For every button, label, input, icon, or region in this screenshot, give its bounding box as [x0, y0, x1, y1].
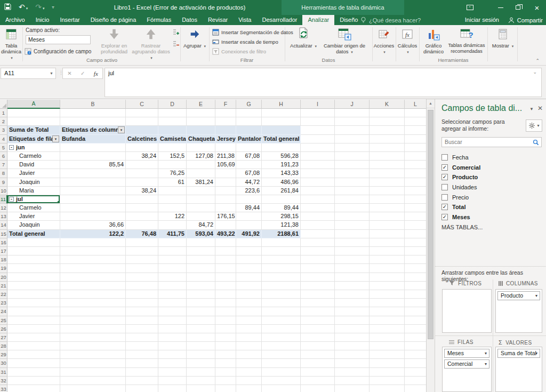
cell-I24[interactable] [301, 307, 335, 316]
cell-L7[interactable] [405, 161, 426, 169]
cell-I17[interactable] [301, 247, 335, 255]
cell-J32[interactable] [335, 377, 370, 385]
cell-C2[interactable] [126, 117, 158, 126]
cell-C18[interactable] [126, 255, 158, 264]
cell-C8[interactable] [126, 169, 158, 178]
cell-G5[interactable] [236, 143, 262, 152]
cell-E29[interactable] [187, 350, 215, 359]
tab-formulas[interactable]: Fórmulas [141, 15, 176, 25]
group-button[interactable]: Agrupar [181, 27, 208, 62]
cell-K3[interactable] [370, 126, 405, 134]
field-checkbox-precio[interactable] [441, 194, 448, 201]
cell-J13[interactable] [335, 212, 370, 221]
cell-A32[interactable] [7, 377, 60, 385]
cell-C23[interactable] [126, 299, 158, 307]
cell-B15[interactable]: 122,2 [60, 230, 126, 238]
cell-F13[interactable]: 176,15 [215, 212, 236, 221]
cell-D19[interactable] [158, 264, 187, 273]
cell-L33[interactable] [405, 385, 426, 392]
cell-J16[interactable] [335, 238, 370, 247]
row-header-30[interactable]: 30 [0, 359, 7, 367]
cell-I9[interactable] [301, 178, 335, 187]
field-item-meses[interactable]: ✓Meses [441, 212, 542, 222]
cell-A19[interactable] [7, 264, 60, 273]
pivottable-button[interactable]: Tabla dinámica [1, 27, 21, 62]
cell-J23[interactable] [335, 299, 370, 307]
cell-G25[interactable] [236, 316, 262, 325]
cell-A29[interactable] [7, 350, 60, 359]
tell-me-box[interactable]: ¿Qué desea hacer? [360, 15, 421, 25]
pivot-filter-dropdown-icon[interactable]: ▼ [118, 126, 125, 133]
cell-I29[interactable] [301, 350, 335, 359]
cell-C21[interactable] [126, 282, 158, 290]
cell-J12[interactable] [335, 204, 370, 212]
cell-E23[interactable] [187, 299, 215, 307]
cell-L30[interactable] [405, 359, 426, 367]
cell-K29[interactable] [370, 350, 405, 359]
cell-B13[interactable] [60, 212, 126, 221]
cell-F33[interactable] [215, 385, 236, 392]
filters-area-box[interactable] [442, 289, 492, 333]
cell-E8[interactable] [187, 169, 215, 178]
cell-K12[interactable] [370, 204, 405, 212]
field-checkbox-unidades[interactable] [441, 184, 448, 190]
cell-F32[interactable] [215, 377, 236, 385]
cell-D11[interactable] [158, 195, 187, 204]
cell-K26[interactable] [370, 325, 405, 333]
cell-F4[interactable]: Jersey [215, 135, 236, 143]
row-header-21[interactable]: 21 [0, 282, 7, 290]
cell-D21[interactable] [158, 282, 187, 290]
cell-F17[interactable] [215, 247, 236, 255]
cell-D13[interactable]: 122 [158, 212, 187, 221]
cell-K20[interactable] [370, 273, 405, 282]
collapse-ribbon-icon[interactable]: ⌃ [535, 58, 540, 63]
cell-G20[interactable] [236, 273, 262, 282]
cell-J25[interactable] [335, 316, 370, 325]
cell-D29[interactable] [158, 350, 187, 359]
tab-diseno-de-pagina[interactable]: Diseño de página [85, 15, 142, 25]
row-header-29[interactable]: 29 [0, 350, 7, 359]
cell-A20[interactable] [7, 273, 60, 282]
cell-J20[interactable] [335, 273, 370, 282]
name-box-dropdown-icon[interactable]: ▼ [50, 68, 53, 78]
cell-C33[interactable] [126, 385, 158, 392]
cell-A8[interactable]: Javier [7, 169, 60, 178]
minimize-button[interactable] [493, 0, 509, 15]
cell-L14[interactable] [405, 221, 426, 229]
row-header-6[interactable]: 6 [0, 152, 7, 161]
cell-B28[interactable] [60, 342, 126, 350]
tab-diseno[interactable]: Diseño [334, 15, 363, 25]
cell-K4[interactable] [370, 135, 405, 143]
cell-K6[interactable] [370, 152, 405, 161]
cell-A21[interactable] [7, 282, 60, 290]
cell-C24[interactable] [126, 307, 158, 316]
cell-I3[interactable] [301, 126, 335, 134]
cell-I23[interactable] [301, 299, 335, 307]
cell-D24[interactable] [158, 307, 187, 316]
collapse-group-icon[interactable]: - [9, 197, 14, 202]
cell-L25[interactable] [405, 316, 426, 325]
cell-L4[interactable] [405, 135, 426, 143]
cell-A31[interactable] [7, 368, 60, 377]
cell-C14[interactable] [126, 221, 158, 229]
cell-J11[interactable] [335, 195, 370, 204]
cell-J7[interactable] [335, 161, 370, 169]
cell-I4[interactable] [301, 135, 335, 143]
cell-B4[interactable]: Bufanda [60, 135, 126, 143]
cell-C31[interactable] [126, 368, 158, 377]
cell-J27[interactable] [335, 333, 370, 342]
cell-F10[interactable] [215, 187, 236, 195]
close-button[interactable]: × [529, 0, 545, 15]
cell-I25[interactable] [301, 316, 335, 325]
column-header-A[interactable]: A [7, 100, 60, 109]
cell-J15[interactable] [335, 230, 370, 238]
cell-C12[interactable] [126, 204, 158, 212]
cell-B29[interactable] [60, 350, 126, 359]
cell-F14[interactable] [215, 221, 236, 229]
field-checkbox-producto[interactable]: ✓ [441, 174, 448, 180]
cell-H10[interactable]: 261,84 [262, 187, 301, 195]
cell-C27[interactable] [126, 333, 158, 342]
cell-L3[interactable] [405, 126, 426, 134]
cell-G13[interactable] [236, 212, 262, 221]
cell-H14[interactable]: 121,38 [262, 221, 301, 229]
